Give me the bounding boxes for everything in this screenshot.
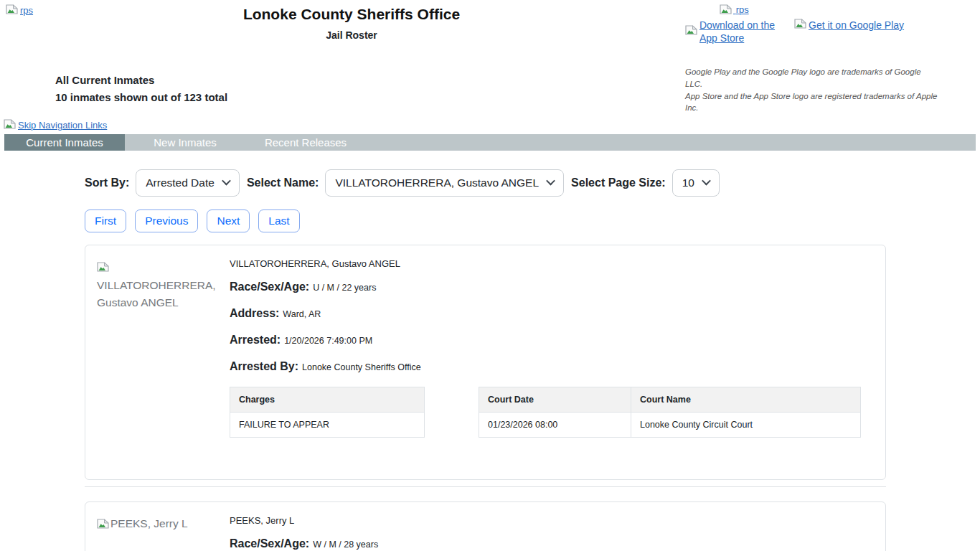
broken-image-icon — [97, 260, 109, 277]
court-table: Court Date Court Name 01/23/2026 08:00 L… — [479, 387, 861, 438]
filter-controls: Sort By: Arrested Date Select Name: VILL… — [85, 169, 886, 197]
app-store-link[interactable]: Download on the App Store — [685, 19, 780, 44]
arrested-by-label: Arrested By: — [230, 360, 298, 372]
inmate-photo-alt-text: PEEKS, Jerry L — [110, 517, 188, 529]
page-title: Lonoke County Sheriffs Office — [0, 6, 703, 23]
address-label: Address: — [230, 307, 279, 319]
previous-page-button[interactable]: Previous — [135, 209, 198, 232]
page-subtitle: Jail Roster — [0, 29, 703, 41]
last-page-button[interactable]: Last — [258, 209, 299, 232]
card-divider — [85, 486, 886, 487]
court-date-cell: 01/23/2026 08:00 — [479, 413, 631, 438]
first-page-button[interactable]: First — [85, 209, 126, 232]
race-sex-age-label: Race/Sex/Age: — [230, 537, 309, 550]
broken-image-icon — [97, 517, 109, 534]
inmate-photo-alt-text: VILLATOROHERRERA, Gustavo ANGEL — [97, 279, 216, 309]
next-page-button[interactable]: Next — [207, 209, 250, 232]
arrested-value: 1/20/2026 7:49:00 PM — [284, 336, 372, 346]
page-size-value: 10 — [682, 176, 694, 189]
broken-image-icon — [685, 25, 697, 38]
skip-navigation-link[interactable]: Skip Navigation Links — [4, 119, 107, 131]
roster-summary-title: All Current Inmates — [55, 72, 227, 89]
rps-badge-alt-text: rps — [736, 4, 749, 15]
trademark-line-1: Google Play and the Google Play logo are… — [685, 66, 938, 90]
roster-summary-count: 10 inmates shown out of 123 total — [55, 89, 227, 106]
table-row: 01/23/2026 08:00 Lonoke County Circuit C… — [479, 413, 861, 438]
broken-image-icon — [720, 4, 732, 17]
broken-image-icon — [4, 119, 16, 131]
broken-image-icon — [794, 19, 806, 32]
address-value: Ward, AR — [283, 309, 321, 319]
charges-table: Charges FAILURE TO APPEAR — [230, 387, 425, 438]
arrested-label: Arrested: — [230, 334, 281, 346]
sort-by-label: Sort By: — [85, 176, 129, 189]
page-size-label: Select Page Size: — [571, 176, 666, 189]
chevron-down-icon — [222, 176, 231, 185]
main-menu: Current Inmates New Inmates Recent Relea… — [4, 134, 976, 151]
court-name-header: Court Name — [631, 387, 861, 413]
inmate-details: PEEKS, Jerry L Race/Sex/Age:W / M / 28 y… — [230, 515, 874, 551]
rps-badge-link[interactable]: rps — [720, 4, 938, 17]
title-block: Lonoke County Sheriffs Office Jail Roste… — [0, 6, 703, 41]
page-size-select[interactable]: 10 — [672, 169, 720, 197]
app-badges-block: rps Download on the App Store Get it on … — [685, 4, 938, 114]
select-name-label: Select Name: — [247, 176, 319, 189]
table-row: FAILURE TO APPEAR — [230, 413, 425, 438]
inmate-card: PEEKS, Jerry L PEEKS, Jerry L Race/Sex/A… — [85, 501, 886, 551]
court-name-cell: Lonoke County Circuit Court — [631, 413, 861, 438]
tab-recent-releases[interactable]: Recent Releases — [245, 134, 366, 151]
trademark-notice: Google Play and the Google Play logo are… — [685, 66, 938, 114]
inmate-photo-placeholder: VILLATOROHERRERA, Gustavo ANGEL — [97, 258, 217, 479]
race-sex-age-value: W / M / 28 years — [313, 540, 378, 550]
inmate-name: VILLATOROHERRERA, Gustavo ANGEL — [230, 258, 874, 269]
charge-cell: FAILURE TO APPEAR — [230, 413, 425, 438]
chevron-down-icon — [546, 176, 555, 185]
app-store-alt-text: Download on the App Store — [699, 19, 780, 44]
pagination: First Previous Next Last — [85, 209, 886, 232]
charges-header: Charges — [230, 387, 425, 413]
tab-new-inmates[interactable]: New Inmates — [125, 134, 245, 151]
google-play-link[interactable]: Get it on Google Play — [794, 19, 904, 32]
inmate-name: PEEKS, Jerry L — [230, 515, 874, 526]
google-play-alt-text: Get it on Google Play — [809, 19, 904, 32]
race-sex-age-value: U / M / 22 years — [313, 283, 376, 293]
sort-by-value: Arrested Date — [146, 176, 215, 189]
court-date-header: Court Date — [479, 387, 631, 413]
page-header: rps Lonoke County Sheriffs Office Jail R… — [0, 0, 980, 115]
sort-by-select[interactable]: Arrested Date — [136, 169, 240, 197]
inmate-photo-placeholder: PEEKS, Jerry L — [97, 515, 217, 551]
select-name-value: VILLATOROHERRERA, Gustavo ANGEL — [335, 176, 539, 189]
inmate-details: VILLATOROHERRERA, Gustavo ANGEL Race/Sex… — [230, 258, 874, 479]
trademark-line-2: App Store and the App Store logo are reg… — [685, 90, 938, 114]
roster-summary: All Current Inmates 10 inmates shown out… — [55, 72, 227, 106]
skip-navigation-label: Skip Navigation Links — [18, 120, 107, 131]
arrested-by-value: Lonoke County Sheriffs Office — [302, 362, 421, 372]
race-sex-age-label: Race/Sex/Age: — [230, 281, 309, 293]
select-name-select[interactable]: VILLATOROHERRERA, Gustavo ANGEL — [325, 169, 564, 197]
chevron-down-icon — [702, 176, 711, 185]
tab-current-inmates[interactable]: Current Inmates — [4, 134, 125, 151]
inmate-card: VILLATOROHERRERA, Gustavo ANGEL VILLATOR… — [85, 245, 886, 480]
